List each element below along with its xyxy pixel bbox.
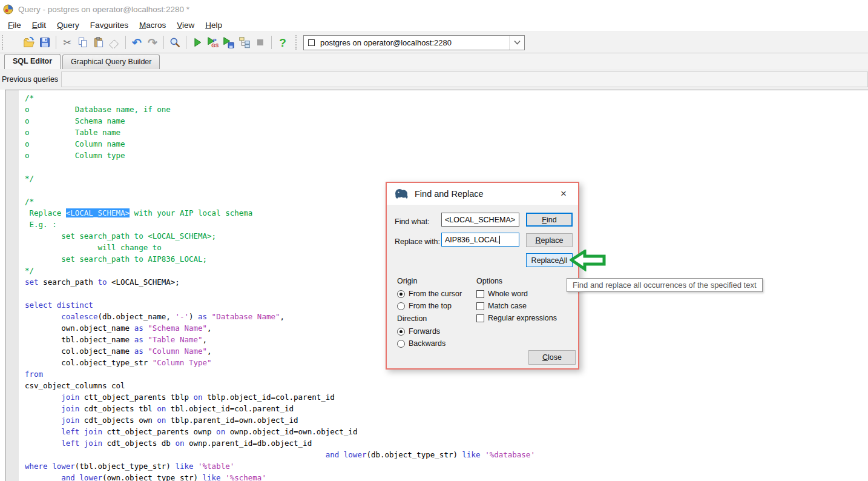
code-line[interactable]: join cdt_objects tbl on tbl.object_id=co… xyxy=(25,403,868,414)
checkbox-regular-expressions[interactable]: Regular expressions xyxy=(476,312,557,324)
cancel-query-button[interactable] xyxy=(252,35,268,50)
clear-window-button[interactable] xyxy=(107,35,122,50)
tab-sql-editor[interactable]: SQL Editor xyxy=(4,54,61,69)
previous-queries-label: Previous queries xyxy=(0,75,61,84)
code-line[interactable]: left join ctt_object_parents ownp on own… xyxy=(25,426,868,437)
explain-tree-icon xyxy=(238,36,251,49)
replace-button[interactable]: Replace xyxy=(526,233,573,247)
radio-from-the-cursor[interactable]: From the cursor xyxy=(397,288,462,300)
code-line[interactable]: o Schema name xyxy=(25,115,868,127)
checkbox-label: Match case xyxy=(488,302,527,310)
dialog-titlebar[interactable]: Find and Replace × xyxy=(387,183,578,205)
replace-all-button[interactable]: Replace All xyxy=(526,253,573,267)
radio-label: Forwards xyxy=(409,327,440,336)
toolbar-grip-2[interactable] xyxy=(295,35,298,50)
title-bar: Query - postgres on operator@localhost:2… xyxy=(0,0,868,18)
menu-edit[interactable]: Edit xyxy=(27,19,51,31)
radio-backwards[interactable]: Backwards xyxy=(397,337,446,350)
direction-group-label: Direction xyxy=(397,314,427,323)
menu-query[interactable]: Query xyxy=(51,19,85,31)
code-line[interactable]: and lower(db.object_type_str) like '%dat… xyxy=(25,449,868,460)
tab-graphical-query-builder[interactable]: Graphical Query Builder xyxy=(62,55,160,69)
find-what-value: <LOCAL_SCHEMA> xyxy=(445,216,515,224)
radio-icon[interactable] xyxy=(397,340,405,348)
window-title: Query - postgres on operator@localhost:2… xyxy=(18,5,189,14)
origin-group-label: Origin xyxy=(397,277,417,285)
dialog-close-icon[interactable]: × xyxy=(554,183,573,205)
execute-to-file-button[interactable] xyxy=(221,35,237,50)
code-line[interactable]: o Column name xyxy=(25,138,868,150)
open-folder-icon xyxy=(22,36,36,49)
radio-forwards[interactable]: Forwards xyxy=(397,325,446,337)
save-button[interactable] xyxy=(37,35,53,50)
code-line[interactable]: join ctt_object_parents tblp on tblp.obj… xyxy=(25,391,868,403)
editor-gutter xyxy=(19,90,25,481)
code-line[interactable]: and lower(own.object_type_str) like '%sc… xyxy=(25,472,868,481)
execute-query-button[interactable] xyxy=(189,35,205,50)
execute-pgscript-button[interactable]: P GS xyxy=(205,35,221,50)
find-replace-button[interactable] xyxy=(167,35,183,50)
radio-icon[interactable] xyxy=(397,328,405,336)
find-button[interactable]: Find xyxy=(526,213,573,227)
direction-radio-group: ForwardsBackwards xyxy=(397,325,446,350)
checkbox-icon[interactable] xyxy=(476,302,484,310)
previous-queries-row: Previous queries xyxy=(0,69,868,90)
checkbox-icon[interactable] xyxy=(476,290,484,298)
play-to-file-icon xyxy=(222,36,235,49)
code-line[interactable] xyxy=(25,161,868,173)
magnifier-icon xyxy=(169,36,181,48)
window-icon xyxy=(3,4,13,15)
chevron-down-icon xyxy=(513,39,521,45)
connection-chevron[interactable] xyxy=(509,36,524,50)
help-button[interactable]: ? xyxy=(275,35,291,50)
menu-bar: FileEditQueryFavouritesMacrosViewHelp xyxy=(0,18,868,32)
play-pgscript-icon: P GS xyxy=(206,36,220,49)
code-line[interactable]: from xyxy=(25,368,868,380)
menu-macros[interactable]: Macros xyxy=(134,19,171,31)
connection-dropdown[interactable]: postgres on operator@localhost:2280 xyxy=(303,35,525,50)
menu-help[interactable]: Help xyxy=(200,19,228,31)
replace-with-input[interactable]: AIP836_LOCAL xyxy=(441,233,519,247)
menu-view[interactable]: View xyxy=(171,19,200,31)
copy-button[interactable] xyxy=(75,35,91,50)
code-line[interactable]: o Table name xyxy=(25,127,868,138)
code-line[interactable]: o Database name, if one xyxy=(25,104,868,115)
connection-status-icon xyxy=(308,39,315,46)
open-file-button[interactable] xyxy=(21,35,37,50)
find-what-input[interactable]: <LOCAL_SCHEMA> xyxy=(441,213,519,227)
radio-icon[interactable] xyxy=(397,290,405,298)
close-button[interactable]: Close xyxy=(528,350,576,365)
checkbox-icon[interactable] xyxy=(476,314,484,322)
dialog-title: Find and Replace xyxy=(415,189,484,199)
redo-button[interactable]: ↷ xyxy=(145,35,160,50)
checkbox-match-case[interactable]: Match case xyxy=(476,300,557,312)
checkbox-label: Regular expressions xyxy=(488,314,557,322)
cut-button[interactable]: ✂ xyxy=(59,35,75,50)
code-line[interactable]: /* xyxy=(25,92,868,104)
toolbar: ✂ ↶ ↷ P GS xyxy=(0,32,868,53)
code-line[interactable]: csv_object_columns col xyxy=(25,380,868,391)
undo-button[interactable]: ↶ xyxy=(129,35,145,50)
menu-file[interactable]: File xyxy=(2,19,27,31)
pgadmin-elephant-icon xyxy=(394,188,409,199)
code-line[interactable]: o Column type xyxy=(25,150,868,161)
checkbox-whole-word[interactable]: Whole word xyxy=(476,288,557,300)
code-line[interactable]: left join cdt_objects db on ownp.parent_… xyxy=(25,437,868,449)
play-icon xyxy=(191,36,203,48)
selected-text: <LOCAL_SCHEMA> xyxy=(66,208,130,217)
text-caret xyxy=(499,236,500,244)
radio-from-the-top[interactable]: From the top xyxy=(397,300,462,312)
toolbar-grip[interactable] xyxy=(2,35,5,50)
code-line[interactable]: join cdt_objects own on tblp.parent_id=o… xyxy=(25,414,868,426)
save-floppy-icon xyxy=(39,36,51,48)
copy-icon xyxy=(77,36,89,48)
radio-label: From the top xyxy=(409,302,452,310)
previous-queries-dropdown[interactable] xyxy=(61,71,868,87)
explain-query-button[interactable] xyxy=(237,35,252,50)
menu-favourites[interactable]: Favourites xyxy=(85,19,134,31)
paste-button[interactable] xyxy=(91,35,107,50)
code-line[interactable]: where lower(tbl.object_type_str) like '%… xyxy=(25,460,868,472)
checkbox-label: Whole word xyxy=(488,290,528,298)
radio-icon[interactable] xyxy=(397,302,405,310)
cut-icon: ✂ xyxy=(63,38,71,48)
